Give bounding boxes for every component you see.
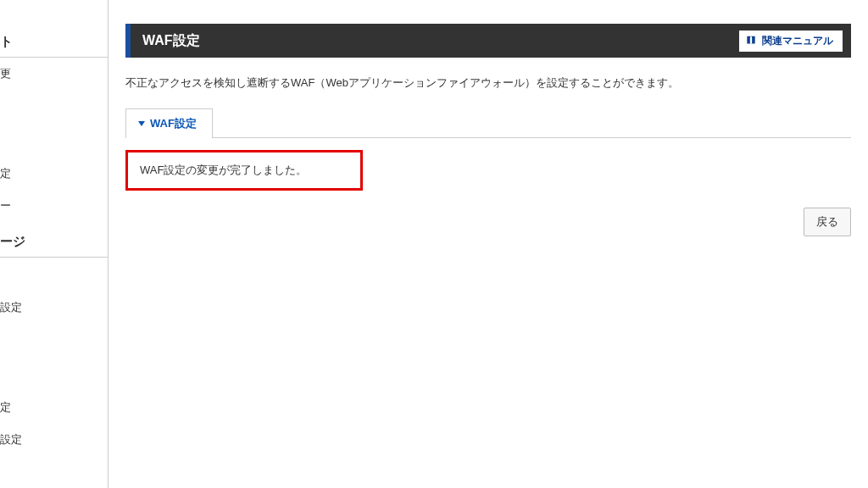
sidebar-item[interactable]: 設定 (0, 291, 108, 324)
tabs: WAF設定 (125, 108, 851, 138)
tab-waf-settings[interactable]: WAF設定 (125, 108, 213, 138)
sidebar: ト 更 定 ー ージ 設定 定 設定 (0, 0, 108, 488)
sidebar-item[interactable]: 定 (0, 158, 108, 190)
page-header: WAF設定 関連マニュアル (125, 24, 851, 58)
chevron-down-icon (138, 121, 145, 126)
sidebar-item[interactable]: 定 (0, 391, 108, 424)
main-content: WAF設定 関連マニュアル 不正なアクセスを検知し遮断するWAF（Webアプリケ… (108, 0, 868, 488)
message-text: WAF設定の変更が完了しました。 (140, 164, 307, 176)
related-manual-label: 関連マニュアル (762, 34, 833, 48)
actions-row: 戻る (125, 208, 851, 236)
page-description: 不正なアクセスを検知し遮断するWAF（Webアプリケーションファイアウォール）を… (125, 75, 851, 92)
sidebar-item[interactable]: ー (0, 190, 108, 222)
sidebar-item[interactable]: 設定 (0, 424, 108, 456)
back-button[interactable]: 戻る (804, 208, 851, 236)
sidebar-heading: ト (0, 27, 108, 58)
sidebar-heading: ージ (0, 227, 108, 258)
book-icon (745, 35, 757, 47)
page-title: WAF設定 (142, 32, 200, 50)
completion-message: WAF設定の変更が完了しました。 (125, 150, 363, 191)
sidebar-item[interactable]: 更 (0, 58, 108, 90)
related-manual-button[interactable]: 関連マニュアル (739, 30, 843, 52)
tab-label: WAF設定 (150, 116, 197, 131)
